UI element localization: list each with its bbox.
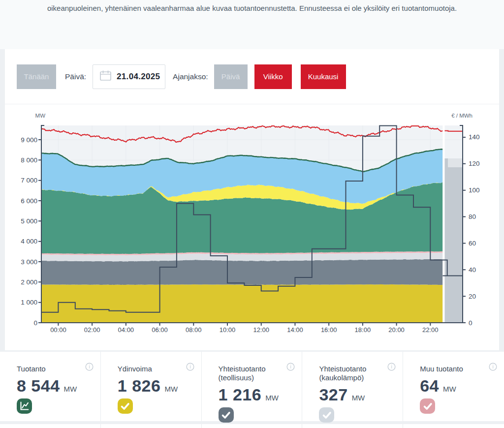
right-axis-tick-label: 120 xyxy=(469,160,480,167)
right-axis-tick-label: 20 xyxy=(469,293,476,300)
stat-card-5: iMuu tuotanto64MW xyxy=(403,352,504,421)
top-note-strip: oikeanpuoleinen, yhtenäinen vaaleanharma… xyxy=(0,0,504,49)
stat-cards-row: iTuotanto8 544MW iYdinvoima1 826MW iYhte… xyxy=(0,352,504,421)
svg-text:i: i xyxy=(391,364,392,369)
stat-card-title: Tuotanto xyxy=(17,365,91,373)
date-value: 21.04.2025 xyxy=(117,72,160,82)
calendar-icon xyxy=(99,69,112,84)
stat-card-value: 1 216 xyxy=(219,385,262,404)
date-label: Päivä: xyxy=(65,72,86,81)
chart-controls-panel: Tänään Päivä: 21.04.2025 Ajanjakso: Päiv… xyxy=(5,49,499,104)
left-axis-title: MW xyxy=(35,113,46,119)
stat-card-unit: MW xyxy=(265,394,279,402)
series-checkbox[interactable] xyxy=(319,407,334,423)
production-forecast-area-light xyxy=(448,158,463,167)
ydinvoima-area xyxy=(41,284,442,323)
left-axis-tick-label: 0 xyxy=(33,319,37,327)
left-axis-tick-label: 3 000 xyxy=(21,258,37,266)
period-label: Ajanjakso: xyxy=(173,72,208,81)
right-axis-tick-label: 0 xyxy=(469,319,472,327)
today-button[interactable]: Tänään xyxy=(17,64,56,89)
right-axis-tick-label: 140 xyxy=(469,133,480,141)
stat-card-unit: MW xyxy=(352,394,365,402)
left-axis-tick-label: 4 000 xyxy=(21,238,37,245)
series-checkbox[interactable] xyxy=(219,407,234,423)
x-axis-tick-label: 14:00 xyxy=(287,326,303,334)
stat-card-value: 1 826 xyxy=(118,376,161,396)
x-axis-tick-label: 22:00 xyxy=(422,326,439,334)
red-line-forecast xyxy=(445,131,463,131)
info-icon[interactable]: i xyxy=(186,363,194,373)
stat-cards-row-2-partial xyxy=(0,424,504,428)
period-month-button[interactable]: Kuukausi xyxy=(301,64,346,89)
production-forecast-area xyxy=(445,158,463,322)
svg-text:i: i xyxy=(290,364,291,369)
stat-card-title: Ydinvoima xyxy=(118,365,191,373)
right-axis-tick-label: 40 xyxy=(469,266,476,274)
x-axis-tick-label: 02:00 xyxy=(84,326,100,334)
info-icon[interactable]: i xyxy=(387,363,396,373)
stat-card-1: iTuotanto8 544MW xyxy=(0,352,101,421)
date-input[interactable]: 21.04.2025 xyxy=(93,64,165,89)
x-axis-tick-label: 20:00 xyxy=(388,326,405,334)
stat-card-value: 8 544 xyxy=(17,376,60,396)
info-icon[interactable]: i xyxy=(85,363,94,373)
info-icon[interactable]: i xyxy=(489,363,497,373)
production-chart-panel: 01 0002 0003 0004 0005 0006 0007 0008 00… xyxy=(5,104,499,350)
series-checkbox[interactable] xyxy=(118,398,133,414)
info-icon[interactable]: i xyxy=(286,363,295,373)
x-axis-tick-label: 04:00 xyxy=(118,326,134,334)
dashboard-page: oikeanpuoleinen, yhtenäinen vaaleanharma… xyxy=(0,0,504,428)
stat-card-title: Muu tuotanto xyxy=(420,365,494,373)
svg-text:i: i xyxy=(89,364,90,369)
svg-text:i: i xyxy=(189,364,190,369)
stat-card-value: 327 xyxy=(319,385,347,404)
x-axis-tick-label: 08:00 xyxy=(186,326,202,334)
x-axis-tick-label: 18:00 xyxy=(355,326,371,334)
left-axis-tick-label: 8 000 xyxy=(21,156,37,164)
left-axis-tick-label: 9 000 xyxy=(21,136,37,144)
stat-card-3: iYhteistuotanto (teollisuus)1 216MW xyxy=(202,352,303,421)
stat-card-unit: MW xyxy=(64,385,77,393)
yhteistuotanto-teollisuus-area xyxy=(41,259,442,285)
stat-card-unit: MW xyxy=(164,385,178,393)
stat-card-2: iYdinvoima1 826MW xyxy=(101,352,202,421)
x-axis-tick-label: 10:00 xyxy=(220,326,236,334)
line-chart-icon[interactable] xyxy=(17,398,32,414)
stat-card-title: Yhteistuotanto (teollisuus) xyxy=(219,365,292,382)
left-axis-tick-label: 1 000 xyxy=(21,299,37,306)
stat-card-unit: MW xyxy=(443,385,456,393)
right-axis-title: € / MWh xyxy=(451,113,472,119)
x-axis-tick-label: 06:00 xyxy=(152,326,168,334)
left-axis-tick-label: 6 000 xyxy=(21,197,37,205)
svg-text:i: i xyxy=(492,364,493,369)
x-axis-tick-label: 00:00 xyxy=(50,326,66,334)
forecast-note-text: oikeanpuoleinen, yhtenäinen vaaleanharma… xyxy=(0,0,504,13)
right-axis-tick-label: 80 xyxy=(469,213,476,220)
stat-card-title: Yhteistuotanto (kaukolämpö) xyxy=(319,365,393,382)
left-axis-tick-label: 5 000 xyxy=(21,217,37,225)
period-week-button[interactable]: Viikko xyxy=(254,64,292,89)
period-day-button[interactable]: Päivä xyxy=(214,64,248,89)
production-chart: 01 0002 0003 0004 0005 0006 0007 0008 00… xyxy=(5,104,499,350)
x-axis-tick-label: 16:00 xyxy=(321,326,337,334)
right-axis-tick-label: 100 xyxy=(469,186,480,194)
right-axis-tick-label: 60 xyxy=(469,240,476,247)
stat-card-4: iYhteistuotanto (kaukolämpö)327MW xyxy=(302,352,403,421)
x-axis-tick-label: 12:00 xyxy=(253,326,269,334)
left-axis-tick-label: 2 000 xyxy=(21,278,37,286)
stat-card-value: 64 xyxy=(420,376,439,396)
series-checkbox[interactable] xyxy=(420,398,435,414)
left-axis-tick-label: 7 000 xyxy=(21,177,37,184)
now-gap xyxy=(442,125,444,323)
